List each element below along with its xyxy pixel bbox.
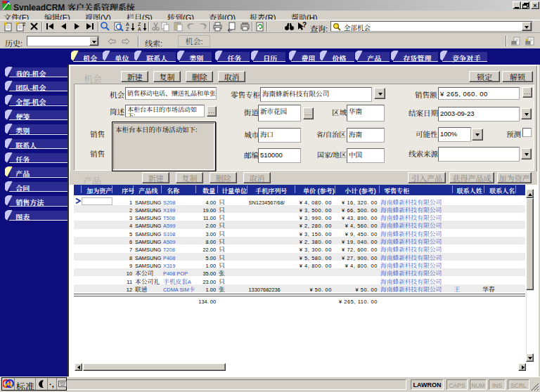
svg-text:?: ?: [302, 21, 307, 30]
svg-text:Z: Z: [126, 25, 129, 32]
svg-text:2: 2: [22, 21, 26, 27]
svg-text:A: A: [138, 25, 141, 32]
